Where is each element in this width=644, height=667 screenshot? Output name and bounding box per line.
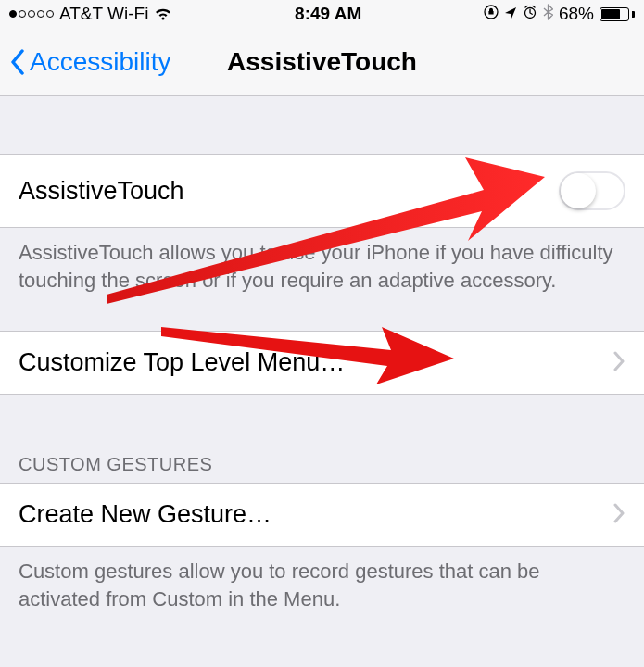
custom-gestures-description: Custom gestures allow you to record gest…: [0, 547, 644, 623]
back-label: Accessibility: [30, 47, 170, 77]
battery-icon: [600, 7, 635, 21]
signal-strength-icon: [9, 10, 54, 18]
chevron-right-icon: [612, 351, 625, 375]
chevron-right-icon: [612, 503, 625, 527]
assistive-touch-label: AssistiveTouch: [19, 177, 184, 206]
status-bar: AT&T Wi-Fi 8:49 AM 68%: [0, 0, 644, 28]
custom-gestures-header: CUSTOM GESTURES: [0, 447, 644, 483]
navigation-bar: Accessibility AssistiveTouch: [0, 28, 644, 96]
chevron-left-icon: [9, 49, 26, 75]
assistive-touch-description: AssistiveTouch allows you to use your iP…: [0, 228, 644, 305]
create-gesture-label: Create New Gesture…: [19, 500, 271, 529]
back-button[interactable]: Accessibility: [0, 47, 170, 77]
carrier-label: AT&T Wi-Fi: [59, 4, 148, 24]
assistive-touch-toggle[interactable]: [559, 171, 625, 210]
location-icon: [504, 4, 517, 24]
status-time: 8:49 AM: [295, 4, 361, 24]
wifi-icon: [154, 7, 172, 21]
toggle-knob: [561, 173, 596, 208]
page-title: AssistiveTouch: [227, 47, 417, 77]
alarm-icon: [523, 4, 537, 24]
status-right: 68%: [484, 4, 635, 25]
battery-percent: 68%: [559, 4, 594, 24]
create-new-gesture-row[interactable]: Create New Gesture…: [0, 483, 644, 547]
assistive-touch-row[interactable]: AssistiveTouch: [0, 154, 644, 228]
rotation-lock-icon: [484, 4, 499, 24]
status-left: AT&T Wi-Fi: [9, 4, 172, 24]
customize-label: Customize Top Level Menu…: [19, 348, 345, 377]
bluetooth-icon: [543, 4, 553, 25]
customize-top-level-menu-row[interactable]: Customize Top Level Menu…: [0, 331, 644, 395]
